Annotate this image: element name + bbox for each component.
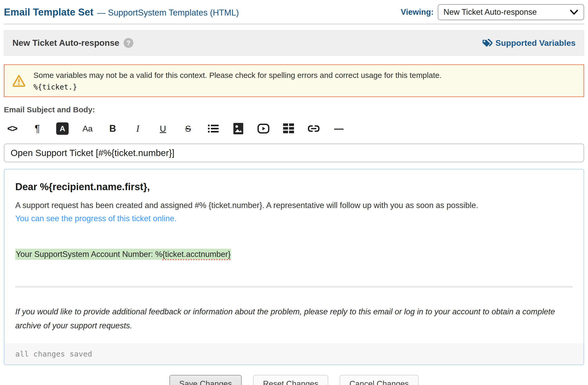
bold-button[interactable]: B (104, 121, 121, 136)
viewing-control: Viewing: New Ticket Auto-response (401, 4, 584, 20)
warning-banner: Some variables may not be a valid for th… (4, 64, 584, 97)
paragraph-icon: ¶ (35, 123, 40, 134)
account-number-line: Your SupportSystem Account Number: %{tic… (15, 250, 573, 259)
font-size-button[interactable]: Aa (79, 121, 96, 136)
horizontal-rule-button[interactable]: — (331, 121, 347, 136)
viewing-label: Viewing: (401, 8, 434, 17)
font-color-icon: A (56, 122, 69, 135)
reset-button[interactable]: Reset Changes (253, 375, 328, 385)
email-subject-input[interactable] (4, 144, 584, 162)
font-size-icon: Aa (82, 124, 92, 134)
warning-message: Some variables may not be a valid for th… (33, 70, 442, 80)
save-button[interactable]: Save Changes (169, 375, 242, 385)
supported-variables-link[interactable]: Supported Variables (482, 38, 576, 48)
ticket-progress-link[interactable]: You can see the progress of this ticket … (15, 214, 573, 223)
strikethrough-icon: S (185, 124, 191, 134)
form-actions: Save Changes Reset Changes Cancel Change… (4, 375, 584, 385)
richtext-toolbar: <> ¶ A Aa B I U S (4, 121, 584, 136)
warning-text-block: Some variables may not be a valid for th… (33, 70, 442, 91)
subject-body-label: Email Subject and Body: (4, 105, 584, 114)
title-wrap: Email Template Set — SupportSystem Templ… (4, 7, 239, 18)
insert-video-icon (257, 124, 269, 134)
underline-button[interactable]: U (155, 121, 171, 136)
cancel-button[interactable]: Cancel Changes (340, 375, 419, 385)
body-paragraph: A support request has been created and a… (15, 200, 573, 211)
source-code-icon: <> (7, 123, 17, 134)
italic-icon: I (136, 123, 139, 134)
email-body-editor[interactable]: Dear %{recipient.name.first}, A support … (4, 169, 584, 365)
insert-link-icon (307, 125, 320, 132)
account-number-variable: {ticket.acctnumber} (162, 250, 231, 260)
template-select-value: New Ticket Auto-response (443, 8, 537, 17)
page-subtitle: — SupportSystem Templates (HTML) (97, 8, 239, 18)
chevron-down-icon (570, 9, 578, 15)
template-name-heading: New Ticket Auto-response (12, 38, 119, 48)
body-feedback-paragraph: If you would like to provide additional … (15, 305, 564, 333)
font-color-button[interactable]: A (54, 121, 71, 136)
strikethrough-button[interactable]: S (180, 121, 196, 136)
insert-table-button[interactable] (280, 121, 297, 136)
template-section-bar: New Ticket Auto-response ? Supported Var… (4, 30, 584, 56)
warning-code: %{ticket.} (33, 83, 442, 91)
paragraph-style-button[interactable]: ¶ (29, 121, 46, 136)
help-icon[interactable]: ? (124, 38, 133, 48)
page-header: Email Template Set — SupportSystem Templ… (4, 0, 584, 24)
bold-icon: B (109, 123, 116, 134)
warning-triangle-icon (12, 75, 26, 87)
tags-icon (482, 38, 492, 48)
insert-video-button[interactable] (255, 121, 272, 136)
insert-image-button[interactable] (230, 121, 247, 136)
email-body-content: Dear %{recipient.name.first}, A support … (4, 169, 584, 333)
unordered-list-button[interactable] (205, 121, 221, 136)
horizontal-rule-icon: — (334, 123, 343, 134)
page-title: Email Template Set (4, 7, 94, 18)
source-code-button[interactable]: <> (4, 121, 20, 136)
header-divider (4, 24, 584, 25)
editor-status-bar: all changes saved (4, 343, 584, 365)
unordered-list-icon (208, 124, 219, 133)
underline-icon: U (160, 124, 166, 134)
template-select[interactable]: New Ticket Auto-response (438, 4, 584, 20)
body-horizontal-rule (15, 286, 573, 288)
section-left: New Ticket Auto-response ? (12, 38, 133, 48)
insert-image-icon (233, 123, 243, 134)
italic-button[interactable]: I (130, 121, 146, 136)
supported-variables-label: Supported Variables (496, 38, 576, 48)
body-greeting: Dear %{recipient.name.first}, (15, 181, 573, 192)
insert-table-icon (283, 123, 294, 134)
insert-link-button[interactable] (305, 121, 322, 136)
account-number-prefix: Your SupportSystem Account Number: % (16, 250, 162, 259)
save-status-text: all changes saved (15, 350, 92, 358)
